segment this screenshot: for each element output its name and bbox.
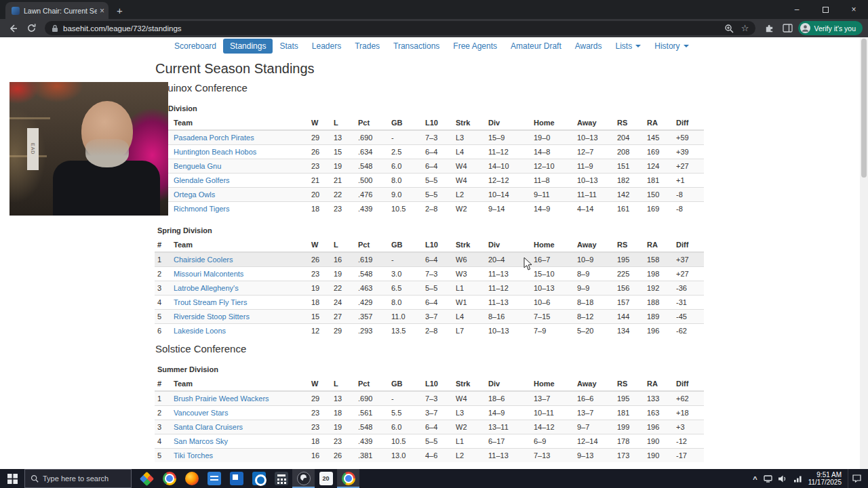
app-obs-button[interactable] bbox=[292, 469, 315, 488]
app-firefox-button[interactable] bbox=[180, 469, 203, 488]
nav-item-history[interactable]: History bbox=[648, 39, 695, 54]
header-row: #TeamWLPctGBL10StrkDivHomeAwayRSRADiff bbox=[155, 238, 704, 252]
team-link[interactable]: Huntington Beach Hobos bbox=[174, 148, 256, 156]
tray-network-icon[interactable] bbox=[793, 475, 802, 483]
taskbar-search[interactable] bbox=[24, 469, 132, 488]
team-link[interactable]: Pasadena Porch Pirates bbox=[174, 134, 254, 142]
tray-clock[interactable]: 9:51 AM 11/17/2025 bbox=[808, 471, 842, 487]
back-button[interactable] bbox=[5, 21, 20, 36]
tab-close-icon[interactable]: × bbox=[100, 6, 104, 16]
maximize-button[interactable] bbox=[811, 0, 840, 19]
app-bluebox-button[interactable] bbox=[225, 469, 248, 488]
stat-cell: 158 bbox=[644, 252, 673, 267]
page-scrollbar[interactable] bbox=[860, 37, 868, 469]
team-link[interactable]: Tiki Torches bbox=[174, 451, 213, 460]
bookmark-star-icon[interactable]: ☆ bbox=[741, 24, 749, 33]
app-calendar-button[interactable]: 20 bbox=[315, 469, 337, 488]
nav-item-leaders[interactable]: Leaders bbox=[305, 39, 348, 54]
browser-toolbar: basehit.com/league/732/standings ☆ Verif… bbox=[0, 19, 868, 37]
team-link[interactable]: Riverside Stoop Sitters bbox=[174, 312, 250, 321]
notification-icon bbox=[852, 474, 861, 483]
stat-cell: 199 bbox=[614, 420, 644, 434]
team-row: 3Santa Clara Cruisers2319.5486.06–4W213–… bbox=[155, 420, 704, 434]
scrollbar-thumb[interactable] bbox=[861, 39, 867, 178]
app-browser-button[interactable] bbox=[337, 469, 359, 488]
stat-cell: 7–3 bbox=[422, 267, 453, 281]
nav-item-stats[interactable]: Stats bbox=[273, 39, 304, 54]
search-icon bbox=[31, 474, 39, 483]
minimize-button[interactable]: – bbox=[783, 0, 811, 19]
app-calculator-button[interactable] bbox=[270, 469, 292, 488]
team-link[interactable]: Latrobe Allegheny's bbox=[174, 284, 239, 292]
team-link[interactable]: Glendale Golfers bbox=[174, 176, 230, 184]
profile-verify-button[interactable]: Verify it's you bbox=[798, 21, 863, 35]
stat-cell: 13–7 bbox=[531, 391, 574, 406]
search-input[interactable] bbox=[43, 474, 123, 483]
tab-favicon-icon bbox=[12, 7, 20, 15]
stat-cell: 133 bbox=[644, 391, 673, 406]
address-bar[interactable]: basehit.com/league/732/standings ☆ bbox=[45, 21, 755, 35]
browser-tab[interactable]: Lawn Chair: Current Season Sta × bbox=[5, 2, 108, 19]
column-header-W: W bbox=[309, 116, 331, 130]
stat-cell: 13 bbox=[331, 391, 355, 406]
notification-center-button[interactable] bbox=[848, 469, 865, 488]
nav-item-awards[interactable]: Awards bbox=[568, 39, 609, 54]
tray-volume-icon[interactable] bbox=[778, 475, 787, 483]
stat-cell: L2 bbox=[453, 188, 486, 202]
nav-item-free-agents[interactable]: Free Agents bbox=[446, 39, 504, 54]
stat-cell: 181 bbox=[614, 406, 644, 420]
close-button[interactable]: × bbox=[840, 0, 868, 19]
stat-cell: W4 bbox=[453, 174, 486, 188]
team-link[interactable]: Benguela Gnu bbox=[174, 162, 221, 170]
column-header-L: L bbox=[331, 116, 355, 130]
team-link[interactable]: Santa Clara Cruisers bbox=[174, 423, 243, 431]
team-link[interactable]: Brush Prairie Weed Wackers bbox=[174, 394, 269, 403]
stat-cell: 190 bbox=[644, 434, 673, 449]
zoom-button[interactable] bbox=[722, 21, 736, 36]
stat-cell: 19–0 bbox=[531, 130, 574, 145]
rank-cell: 3 bbox=[155, 281, 171, 296]
nav-item-label: Stats bbox=[279, 41, 298, 51]
side-panel-button[interactable] bbox=[780, 21, 795, 36]
extensions-button[interactable] bbox=[762, 21, 776, 36]
team-link[interactable]: Richmond Tigers bbox=[174, 205, 230, 213]
nav-item-lists[interactable]: Lists bbox=[609, 39, 648, 54]
start-button[interactable] bbox=[0, 469, 24, 488]
team-row: 1Chairside Coolers2616.619-6–4W620–416–7… bbox=[155, 252, 704, 267]
taskbar: 20 ^ 9:51 AM 11/17/2025 bbox=[0, 469, 868, 488]
extensions-puzzle-icon bbox=[764, 23, 774, 33]
mouse-cursor bbox=[524, 257, 532, 273]
refresh-button[interactable] bbox=[24, 21, 39, 36]
stat-cell: 14–8 bbox=[531, 145, 574, 159]
nav-item-standings[interactable]: Standings bbox=[223, 39, 273, 54]
stat-cell: - bbox=[389, 252, 422, 267]
rank-cell: 1 bbox=[155, 252, 171, 267]
stat-cell: .690 bbox=[355, 391, 389, 406]
team-link[interactable]: Trout Stream Fly Tiers bbox=[174, 298, 247, 306]
stat-cell: L3 bbox=[453, 130, 486, 145]
app-pinwheel-button[interactable] bbox=[136, 469, 158, 488]
page-title: Current Season Standings bbox=[155, 61, 706, 77]
team-link[interactable]: San Marcos Sky bbox=[174, 437, 228, 445]
app-word-button[interactable] bbox=[203, 469, 225, 488]
team-link[interactable]: Lakeside Loons bbox=[174, 327, 226, 335]
app-outlook-button[interactable] bbox=[248, 469, 270, 488]
team-link[interactable]: Chairside Coolers bbox=[174, 256, 233, 264]
team-link[interactable]: Ortega Owls bbox=[174, 190, 215, 199]
app-chrome-button[interactable] bbox=[158, 469, 180, 488]
new-tab-button[interactable]: + bbox=[117, 5, 123, 16]
nav-item-trades[interactable]: Trades bbox=[348, 39, 387, 54]
nav-item-amateur-draft[interactable]: Amateur Draft bbox=[504, 39, 568, 54]
team-cell: Ortega Owls bbox=[171, 188, 309, 202]
tray-chevron-icon[interactable]: ^ bbox=[753, 475, 757, 483]
stat-cell: .548 bbox=[355, 267, 389, 281]
column-header-Strk: Strk bbox=[453, 377, 486, 391]
nav-item-scoreboard[interactable]: Scoreboard bbox=[167, 39, 223, 54]
team-link[interactable]: Vancouver Stars bbox=[174, 409, 229, 417]
team-link[interactable]: Missouri Malcontents bbox=[174, 270, 243, 278]
stat-cell: 11–11 bbox=[574, 188, 614, 202]
stat-cell: 10–11 bbox=[531, 406, 574, 420]
nav-item-transactions[interactable]: Transactions bbox=[387, 39, 446, 54]
stat-cell: 22 bbox=[331, 188, 355, 202]
tray-monitor-icon[interactable] bbox=[764, 475, 772, 483]
